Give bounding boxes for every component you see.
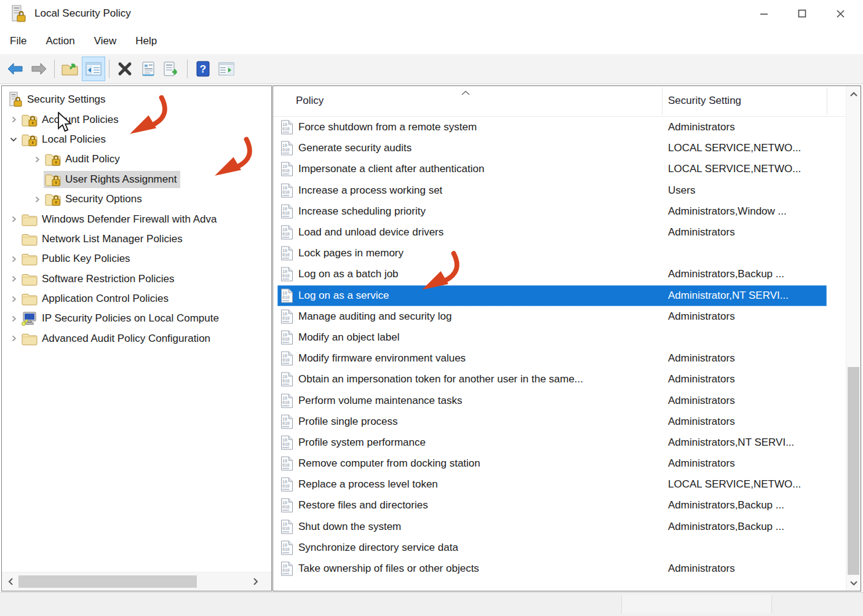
policy-doc-icon: 10010 (280, 288, 293, 303)
list-row-log-on-as-a-service[interactable]: 10010Log on as a serviceAdministrator,NT… (277, 285, 827, 306)
svg-text:10: 10 (282, 459, 287, 464)
tree-item-ip-security-policies-on-local-compute[interactable]: IP Security Policies on Local Compute (2, 309, 271, 328)
chevron-right-icon[interactable] (7, 335, 20, 342)
policy-doc-icon: 10010 (280, 519, 293, 534)
security-setting-value: Administrators (668, 395, 735, 407)
tree-item-public-key-policies[interactable]: Public Key Policies (2, 249, 271, 269)
svg-text:010: 010 (282, 548, 290, 552)
tree-scrollbar-thumb[interactable] (18, 575, 197, 588)
list-row-take-ownership-of-files-or-other-objects[interactable]: 10010Take ownership of files or other ob… (277, 558, 827, 579)
list-row-modify-firmware-environment-values[interactable]: 10010Modify firmware environment valuesA… (277, 348, 827, 369)
chevron-right-icon[interactable] (7, 116, 20, 123)
list-row-increase-a-process-working-set[interactable]: 10010Increase a process working setUsers (277, 180, 827, 201)
scroll-up-icon[interactable] (846, 87, 861, 101)
policy-name: Load and unload device drivers (298, 226, 443, 239)
chevron-right-icon[interactable] (7, 296, 20, 302)
tree-item-software-restriction-policies[interactable]: Software Restriction Policies (2, 269, 271, 289)
tree-item-security-options[interactable]: Security Options (2, 189, 271, 209)
show-console-tree-button[interactable] (82, 57, 105, 81)
list-row-increase-scheduling-priority[interactable]: 10010Increase scheduling priorityAdminis… (277, 201, 827, 222)
security-root-icon (8, 92, 23, 108)
folder-lock-icon (45, 152, 61, 166)
folder-lock-icon (22, 113, 38, 127)
list-scrollbar-thumb[interactable] (848, 367, 859, 575)
list-row-replace-a-process-level-token[interactable]: 10010Replace a process level tokenLOCAL … (277, 474, 827, 495)
delete-button[interactable] (113, 57, 137, 81)
tree-item-windows-defender-firewall-with-adva[interactable]: Windows Defender Firewall with Adva (2, 209, 271, 229)
svg-text:010: 010 (282, 379, 290, 384)
folder-lock-icon (45, 192, 61, 206)
scroll-left-icon[interactable] (3, 572, 18, 591)
chevron-right-icon[interactable] (7, 256, 20, 263)
chevron-right-icon[interactable] (7, 216, 20, 223)
svg-text:10: 10 (282, 375, 287, 379)
list-row-lock-pages-in-memory[interactable]: 10010Lock pages in memory (277, 243, 827, 264)
tree-item-label: Application Control Policies (42, 293, 169, 305)
menu-file[interactable]: File (10, 33, 26, 50)
policy-doc-icon: 10010 (280, 498, 293, 513)
policy-name: Perform volume maintenance tasks (298, 395, 462, 407)
tree-item-local-policies[interactable]: Local Policies (2, 130, 271, 149)
list-row-load-and-unload-device-drivers[interactable]: 10010Load and unload device driversAdmin… (277, 222, 827, 243)
maximize-button[interactable] (783, 1, 821, 26)
list-row-profile-system-performance[interactable]: 10010Profile system performanceAdministr… (277, 432, 827, 453)
back-button[interactable] (4, 57, 27, 81)
chevron-right-icon[interactable] (7, 275, 20, 282)
help-icon: ? (196, 61, 210, 77)
policy-name: Take ownership of files or other objects (298, 563, 479, 575)
chevron-right-icon[interactable] (30, 196, 44, 203)
help-button[interactable]: ? (191, 57, 215, 81)
properties-button[interactable] (137, 57, 160, 81)
export-list-button[interactable] (160, 57, 183, 81)
svg-text:010: 010 (282, 484, 290, 489)
up-one-level-button[interactable] (58, 57, 82, 81)
list-row-impersonate-a-client-after-authenticatio[interactable]: 10010Impersonate a client after authenti… (277, 159, 827, 180)
scroll-right-icon[interactable] (248, 572, 263, 591)
chevron-down-icon[interactable] (7, 136, 20, 143)
menu-view[interactable]: View (94, 33, 117, 50)
column-header-policy[interactable]: Policy (296, 95, 324, 107)
list-row-manage-auditing-and-security-log[interactable]: 10010Manage auditing and security logAdm… (277, 306, 827, 327)
scroll-down-icon[interactable] (846, 576, 861, 590)
policy-doc-icon: 10010 (280, 372, 293, 387)
list-row-modify-an-object-label[interactable]: 10010Modify an object label (277, 327, 827, 348)
close-button[interactable] (821, 1, 859, 26)
forward-button[interactable] (27, 57, 50, 81)
tree-item-account-policies[interactable]: Account Policies (2, 109, 271, 129)
tree-horizontal-scrollbar[interactable] (2, 572, 271, 591)
list-row-perform-volume-maintenance-tasks[interactable]: 10010Perform volume maintenance tasksAdm… (277, 390, 827, 411)
up-one-level-icon (62, 61, 79, 76)
list-row-profile-single-process[interactable]: 10010Profile single processAdministrator… (277, 411, 827, 432)
column-divider[interactable] (662, 87, 662, 115)
svg-text:010: 010 (282, 232, 290, 237)
policy-doc-icon: 10010 (280, 225, 293, 240)
security-setting-value: Administrator,NT SERVI... (668, 290, 789, 302)
minimize-icon (760, 9, 768, 18)
tree-item-advanced-audit-policy-configuration[interactable]: Advanced Audit Policy Configuration (2, 329, 271, 349)
chevron-right-icon[interactable] (30, 156, 44, 163)
list-row-generate-security-audits[interactable]: 10010Generate security auditsLOCAL SERVI… (277, 138, 827, 159)
tree-item-user-rights-assignment[interactable]: User Rights Assignment (2, 170, 271, 189)
minimize-button[interactable] (745, 1, 783, 26)
list-vertical-scrollbar[interactable] (846, 86, 861, 591)
list-row-shut-down-the-system[interactable]: 10010Shut down the systemAdministrators,… (277, 516, 827, 537)
column-divider[interactable] (827, 87, 827, 115)
list-row-force-shutdown-from-a-remote-system[interactable]: 10010Force shutdown from a remote system… (277, 117, 827, 138)
tree-item-security-settings[interactable]: Security Settings (2, 90, 271, 109)
menu-help[interactable]: Help (135, 33, 157, 50)
list-row-remove-computer-from-docking-station[interactable]: 10010Remove computer from docking statio… (277, 453, 827, 474)
tree-item-application-control-policies[interactable]: Application Control Policies (2, 289, 271, 309)
svg-text:10: 10 (282, 480, 287, 484)
column-header-security-setting[interactable]: Security Setting (668, 95, 741, 107)
list-row-log-on-as-a-batch-job[interactable]: 10010Log on as a batch jobAdministrators… (277, 264, 827, 285)
list-row-synchronize-directory-service-data[interactable]: 10010Synchronize directory service data (277, 537, 827, 558)
chevron-right-icon[interactable] (7, 315, 20, 322)
policy-name: Generate security audits (298, 142, 412, 154)
tree-item-label: Advanced Audit Policy Configuration (42, 333, 210, 345)
menu-action[interactable]: Action (46, 33, 74, 50)
tree-item-audit-policy[interactable]: Audit Policy (2, 149, 271, 169)
list-row-obtain-an-impersonation-token-for-anothe[interactable]: 10010Obtain an impersonation token for a… (277, 369, 827, 390)
list-row-restore-files-and-directories[interactable]: 10010Restore files and directoriesAdmini… (277, 495, 827, 516)
show-action-pane-button[interactable] (215, 57, 238, 81)
tree-item-network-list-manager-policies[interactable]: Network List Manager Policies (2, 229, 271, 249)
